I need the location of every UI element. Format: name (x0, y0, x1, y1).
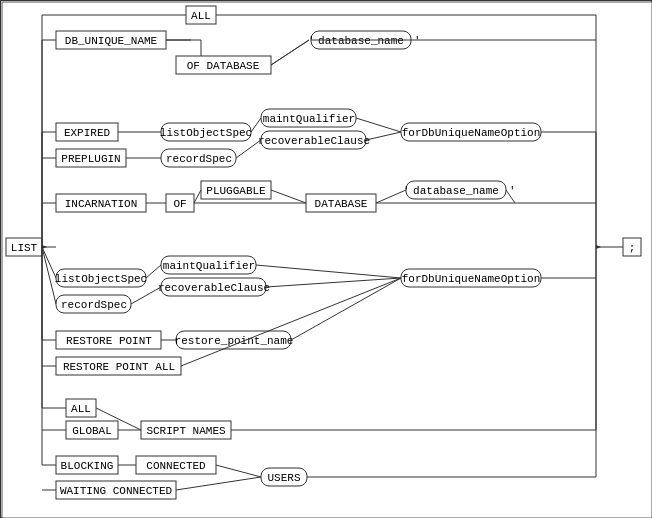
list-object-spec-2-label: listObjectSpec (55, 273, 147, 285)
database-2-label: DATABASE (315, 198, 368, 210)
users-label: USERS (267, 472, 300, 484)
maint-qualifier-1-label: maintQualifier (263, 113, 355, 125)
diagram-container: LIST ; ALL DB_UNIQUE_NAME OF DATABASE da… (0, 0, 652, 518)
of-database-label: OF DATABASE (187, 60, 260, 72)
for-db-unique-2-label: forDbUniqueNameOption (402, 273, 541, 285)
all-bottom-label: ALL (71, 403, 91, 415)
for-db-unique-1-label: forDbUniqueNameOption (402, 127, 541, 139)
tick2: ' (414, 35, 421, 47)
list-object-spec-1-label: listObjectSpec (160, 127, 252, 139)
waiting-connected-label: WAITING CONNECTED (60, 485, 173, 497)
preplugin-label: PREPLUGIN (61, 153, 120, 165)
restore-point-all-label: RESTORE POINT ALL (63, 361, 175, 373)
database-name-2-label: database_name (413, 185, 499, 197)
recoverable-clause-2-label: recoverableClause (158, 282, 270, 294)
list-label: LIST (11, 242, 38, 254)
all-top-label: ALL (191, 10, 211, 22)
recoverable-clause-1-label: recoverableClause (258, 135, 370, 147)
maint-qualifier-2-label: maintQualifier (163, 260, 255, 272)
database-name-1-label: database_name (318, 35, 404, 47)
svg-rect-0 (2, 2, 652, 518)
db-unique-name-label: DB_UNIQUE_NAME (65, 35, 158, 47)
record-spec-1-label: recordSpec (166, 153, 232, 165)
semicolon-label: ; (629, 242, 636, 254)
blocking-label: BLOCKING (61, 460, 114, 472)
global-label: GLOBAL (72, 425, 112, 437)
tick1: ' (308, 35, 315, 47)
pluggable-label: PLUGGABLE (206, 185, 266, 197)
record-spec-2-label: recordSpec (61, 299, 127, 311)
expired-label: EXPIRED (64, 127, 111, 139)
restore-point-label: RESTORE POINT (66, 335, 152, 347)
connected-label: CONNECTED (146, 460, 206, 472)
of-label: OF (173, 198, 186, 210)
script-names-label: SCRIPT NAMES (146, 425, 226, 437)
incarnation-label: INCARNATION (65, 198, 138, 210)
